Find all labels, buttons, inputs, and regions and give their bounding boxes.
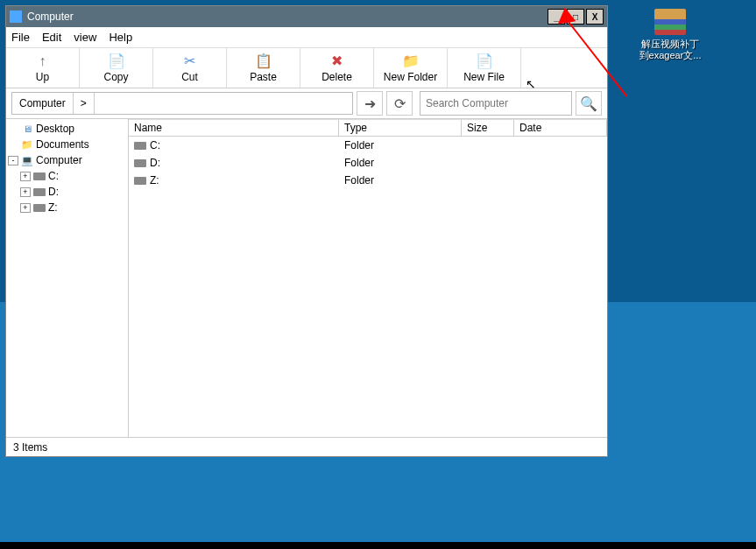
cell-type: Folder xyxy=(339,172,462,189)
paste-button[interactable]: 📋Paste xyxy=(227,48,300,88)
tree-label: D: xyxy=(48,186,59,198)
computer-icon: 💻 xyxy=(20,154,34,166)
app-icon xyxy=(10,11,22,23)
up-button-label: Up xyxy=(36,71,49,83)
breadcrumb-current[interactable]: Computer xyxy=(12,93,74,114)
tree-toggle-icon[interactable]: + xyxy=(20,203,31,213)
tree-label: Computer xyxy=(36,154,82,166)
col-type[interactable]: Type xyxy=(339,120,462,136)
breadcrumb-chevron-icon[interactable]: > xyxy=(74,93,95,114)
list-body: C:FolderD:FolderZ:Folder xyxy=(129,137,607,437)
cell-date xyxy=(514,154,525,172)
new-folder-button-icon: 📁 xyxy=(403,53,419,69)
menu-view[interactable]: view xyxy=(74,31,96,44)
col-size[interactable]: Size xyxy=(462,120,514,136)
cell-size xyxy=(462,172,514,189)
desktop-icon-label: 解压视频补丁 到exagear文... xyxy=(635,39,705,61)
tree-label: Z: xyxy=(48,201,58,214)
cut-button-icon: ✂ xyxy=(182,53,198,69)
search-input[interactable] xyxy=(420,91,572,116)
minimize-button[interactable]: _ xyxy=(548,9,565,25)
table-row[interactable]: D:Folder xyxy=(129,154,607,172)
copy-button-icon: 📄 xyxy=(109,53,124,69)
cell-name: C: xyxy=(129,137,339,154)
sidebar-item-c[interactable]: +C: xyxy=(8,168,126,184)
search-button[interactable]: 🔍 xyxy=(576,91,602,116)
status-text: 3 Items xyxy=(13,441,47,454)
drive-icon xyxy=(134,177,146,185)
paste-button-icon: 📋 xyxy=(256,53,272,69)
new-file-button[interactable]: 📄New File xyxy=(448,48,521,88)
drive-icon xyxy=(32,186,46,198)
cell-size xyxy=(462,137,514,154)
tree-toggle-icon[interactable]: + xyxy=(20,187,31,197)
file-list: Name Type Size Date C:FolderD:FolderZ:Fo… xyxy=(129,119,607,437)
new-file-button-icon: 📄 xyxy=(477,53,492,69)
delete-button[interactable]: ✖Delete xyxy=(300,48,374,88)
up-button-icon: ↑ xyxy=(35,53,51,69)
copy-button[interactable]: 📄Copy xyxy=(80,48,153,88)
drive-icon xyxy=(32,170,46,182)
drive-icon xyxy=(134,159,146,167)
close-button[interactable]: X xyxy=(586,9,604,25)
tree-label: C: xyxy=(48,170,59,182)
cut-button-label: Cut xyxy=(181,71,198,83)
cell-type: Folder xyxy=(339,137,462,154)
drive-icon xyxy=(32,201,46,214)
go-button[interactable]: ➜ xyxy=(357,91,383,116)
paste-button-label: Paste xyxy=(250,71,277,83)
up-button[interactable]: ↑Up xyxy=(6,48,80,88)
desktop-icon-archive[interactable]: 解压视频补丁 到exagear文... xyxy=(635,9,705,61)
tree-toggle-icon[interactable]: + xyxy=(20,172,31,181)
sidebar: 🖥Desktop📁Documents-💻Computer+C:+D:+Z: xyxy=(6,119,129,437)
archive-icon xyxy=(654,9,686,35)
sidebar-item-d[interactable]: +D: xyxy=(8,184,126,200)
menu-help[interactable]: Help xyxy=(109,31,132,44)
window-controls: _ □ X xyxy=(548,9,604,25)
tree-toggle-icon[interactable]: - xyxy=(8,156,18,165)
statusbar: 3 Items xyxy=(6,437,607,456)
sidebar-item-z[interactable]: +Z: xyxy=(8,200,126,215)
tree-label: Desktop xyxy=(36,123,74,135)
window-title: Computer xyxy=(27,11,548,23)
cell-date xyxy=(514,137,525,154)
cell-size xyxy=(462,154,514,172)
delete-button-icon: ✖ xyxy=(329,53,345,69)
taskbar[interactable] xyxy=(0,542,756,549)
cell-type: Folder xyxy=(339,154,462,172)
sidebar-item-desktop[interactable]: 🖥Desktop xyxy=(8,121,126,137)
desktop-icon: 🖥 xyxy=(20,123,34,135)
table-row[interactable]: C:Folder xyxy=(129,137,607,154)
new-file-button-label: New File xyxy=(463,71,505,83)
delete-button-label: Delete xyxy=(321,71,352,83)
titlebar[interactable]: Computer _ □ X xyxy=(6,6,607,27)
cell-name: Z: xyxy=(129,172,339,189)
tree-label: Documents xyxy=(36,138,89,151)
breadcrumb[interactable]: Computer > xyxy=(11,92,353,115)
menu-edit[interactable]: Edit xyxy=(42,31,61,44)
copy-button-label: Copy xyxy=(103,71,128,83)
sidebar-item-computer[interactable]: -💻Computer xyxy=(8,152,126,168)
col-date[interactable]: Date xyxy=(514,120,607,136)
new-folder-button-label: New Folder xyxy=(384,71,437,83)
body: 🖥Desktop📁Documents-💻Computer+C:+D:+Z: Na… xyxy=(6,118,607,437)
folder-icon: 📁 xyxy=(20,138,34,151)
navigation-row: Computer > ➜ ⟳ 🔍 xyxy=(6,88,607,118)
cell-date xyxy=(514,172,525,189)
sidebar-item-documents[interactable]: 📁Documents xyxy=(8,137,126,152)
cut-button[interactable]: ✂Cut xyxy=(153,48,227,88)
refresh-button[interactable]: ⟳ xyxy=(386,91,413,116)
list-header: Name Type Size Date xyxy=(129,119,607,137)
table-row[interactable]: Z:Folder xyxy=(129,172,607,189)
menubar: File Edit view Help xyxy=(6,27,607,48)
cell-name: D: xyxy=(129,154,339,172)
drive-icon xyxy=(134,142,146,150)
file-manager-window: Computer _ □ X File Edit view Help ↑Up📄C… xyxy=(5,5,608,457)
maximize-button[interactable]: □ xyxy=(567,9,584,25)
col-name[interactable]: Name xyxy=(129,120,339,136)
toolbar: ↑Up📄Copy✂Cut📋Paste✖Delete📁New Folder📄New… xyxy=(6,48,607,88)
new-folder-button[interactable]: 📁New Folder xyxy=(374,48,448,88)
menu-file[interactable]: File xyxy=(11,31,30,44)
